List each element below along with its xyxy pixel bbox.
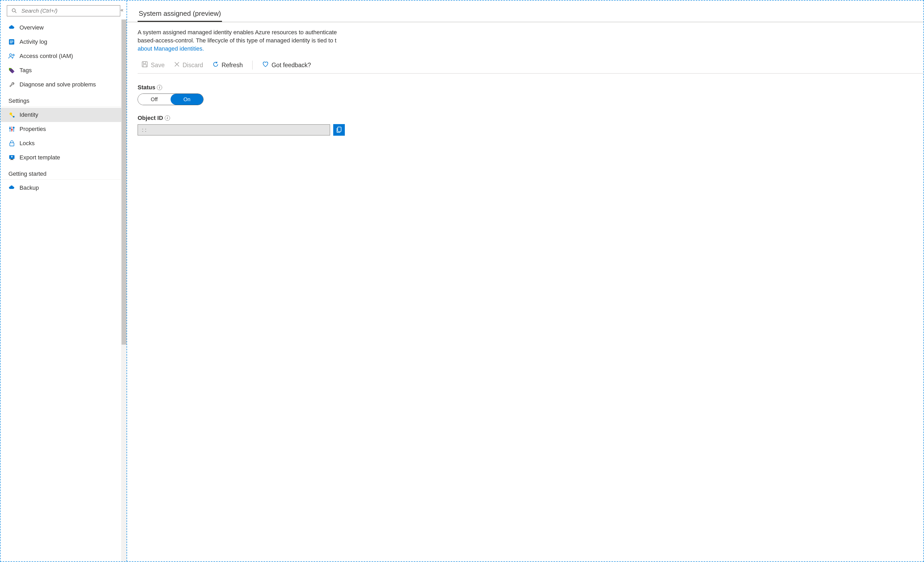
section-header-settings: Settings	[0, 92, 126, 107]
discard-button[interactable]: Discard	[174, 61, 203, 69]
save-button[interactable]: Save	[141, 61, 165, 69]
nav-list: Overview Activity log Access control (IA…	[0, 19, 126, 195]
svg-rect-19	[11, 159, 13, 159]
sidebar-item-label: Backup	[20, 184, 39, 191]
svg-rect-21	[142, 61, 147, 67]
svg-point-10	[13, 116, 15, 117]
sidebar-item-identity[interactable]: Identity	[0, 108, 126, 122]
svg-rect-22	[143, 61, 146, 63]
toolbar: Save Discard Refresh Got feedback?	[138, 57, 924, 73]
copy-button[interactable]	[333, 124, 345, 136]
refresh-button[interactable]: Refresh	[213, 61, 243, 69]
intro-text: A system assigned managed identity enabl…	[127, 22, 924, 57]
sidebar-item-tags[interactable]: Tags	[0, 63, 126, 78]
intro-line-1: A system assigned managed identity enabl…	[138, 29, 337, 36]
sidebar-item-overview[interactable]: Overview	[0, 21, 126, 35]
sidebar-item-export-template[interactable]: Export template	[0, 150, 126, 165]
cloud-icon	[8, 184, 15, 191]
object-id-input[interactable]	[138, 124, 330, 135]
save-label: Save	[151, 61, 165, 69]
people-icon	[8, 53, 15, 60]
search-input[interactable]	[21, 7, 116, 14]
search-box[interactable]	[7, 5, 120, 16]
svg-rect-3	[10, 40, 14, 41]
sidebar-item-label: Diagnose and solve problems	[20, 81, 96, 88]
sidebar-item-locks[interactable]: Locks	[0, 136, 126, 150]
svg-rect-26	[338, 127, 341, 132]
info-icon[interactable]: i	[157, 85, 162, 90]
managed-identities-link[interactable]: about Managed identities.	[138, 45, 204, 52]
save-icon	[141, 61, 148, 69]
object-id-label: Object ID	[138, 115, 163, 121]
sidebar-item-label: Activity log	[20, 39, 47, 45]
svg-point-7	[13, 54, 14, 56]
svg-line-1	[15, 12, 16, 13]
tag-icon	[8, 67, 15, 74]
sidebar-item-label: Locks	[20, 140, 34, 147]
section-header-getting-started: Getting started	[0, 165, 126, 180]
refresh-label: Refresh	[222, 61, 243, 69]
sidebar-item-label: Identity	[20, 111, 38, 118]
tab-bar: System assigned (preview)	[127, 7, 924, 22]
intro-line-2: based-access-control. The lifecycle of t…	[138, 37, 336, 44]
chevron-double-left-icon: «	[120, 7, 123, 13]
scrollbar[interactable]	[121, 19, 126, 562]
svg-rect-17	[10, 143, 14, 146]
cloud-icon	[8, 24, 15, 31]
sidebar-item-label: Properties	[20, 126, 46, 132]
status-off-button[interactable]: Off	[138, 94, 171, 105]
sidebar-item-label: Tags	[20, 67, 32, 74]
sliders-icon	[8, 126, 15, 132]
svg-rect-20	[10, 159, 14, 160]
sidebar-item-label: Access control (IAM)	[20, 53, 73, 60]
sidebar-item-properties[interactable]: Properties	[0, 122, 126, 136]
heart-icon	[262, 61, 269, 69]
wrench-icon	[8, 81, 15, 88]
status-on-button[interactable]: On	[171, 94, 203, 105]
svg-rect-14	[11, 129, 13, 130]
key-icon	[8, 111, 15, 118]
sidebar-item-backup[interactable]: Backup	[0, 181, 126, 195]
feedback-button[interactable]: Got feedback?	[262, 61, 311, 69]
object-id-label-row: Object ID i	[138, 115, 913, 121]
svg-rect-12	[9, 127, 11, 129]
discard-label: Discard	[182, 61, 203, 69]
object-id-row	[138, 124, 913, 136]
close-icon	[174, 61, 180, 69]
log-icon	[8, 39, 15, 45]
svg-rect-5	[10, 43, 12, 43]
sidebar: « Overview	[0, 0, 127, 562]
form-area: Status i Off On Object ID i	[127, 73, 924, 136]
search-container	[0, 5, 126, 19]
copy-icon	[336, 126, 342, 134]
svg-point-6	[9, 54, 12, 56]
scrollbar-thumb[interactable]	[122, 19, 126, 345]
svg-rect-23	[143, 64, 146, 67]
status-label: Status	[138, 84, 155, 91]
svg-rect-4	[10, 42, 14, 42]
status-toggle[interactable]: Off On	[138, 93, 204, 105]
sidebar-item-label: Export template	[20, 154, 60, 161]
app-root: « Overview	[0, 0, 924, 562]
info-icon[interactable]: i	[165, 115, 170, 121]
status-label-row: Status i	[138, 84, 913, 91]
svg-rect-16	[13, 127, 15, 128]
refresh-icon	[213, 61, 219, 69]
feedback-label: Got feedback?	[272, 61, 311, 69]
lock-icon	[8, 140, 15, 147]
sidebar-item-activity-log[interactable]: Activity log	[0, 35, 126, 49]
export-icon	[8, 154, 15, 161]
sidebar-item-diagnose[interactable]: Diagnose and solve problems	[0, 78, 126, 92]
sidebar-item-label: Overview	[20, 24, 44, 31]
sidebar-scroll-area: Overview Activity log Access control (IA…	[0, 19, 126, 562]
tab-system-assigned[interactable]: System assigned (preview)	[138, 7, 222, 22]
main-content: System assigned (preview) A system assig…	[127, 0, 924, 562]
svg-point-0	[12, 9, 15, 12]
sidebar-item-access-control[interactable]: Access control (IAM)	[0, 49, 126, 63]
collapse-sidebar-button[interactable]: «	[120, 7, 123, 13]
search-icon	[11, 7, 18, 14]
